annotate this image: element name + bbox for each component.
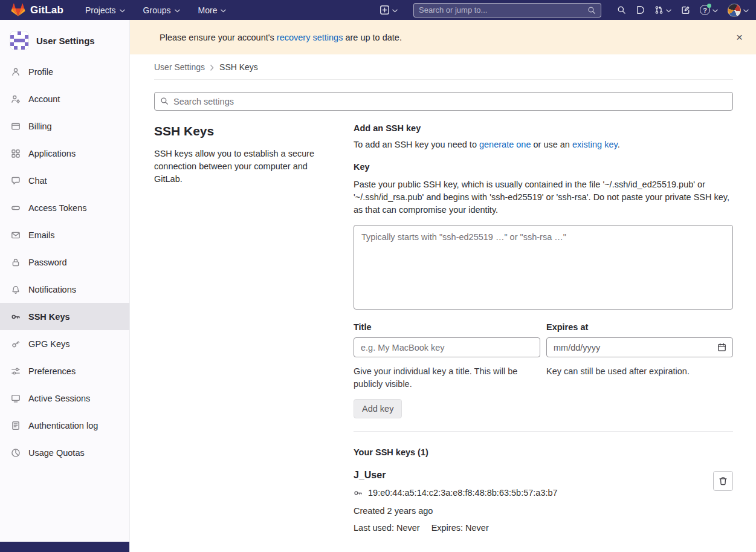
main-content: User Settings SSH Keys SSH Keys SSH keys… [130,54,756,552]
ssh-key-textarea[interactable] [354,225,733,310]
add-key-button[interactable]: Add key [354,399,402,418]
merge-requests-button[interactable] [654,5,671,15]
expires-field-help: Key can still be used after expiration. [546,365,733,378]
help-icon [700,5,710,15]
settings-search-input[interactable] [154,92,733,111]
merge-request-icon [654,5,664,15]
user-settings-avatar [10,31,29,50]
help-button[interactable] [700,5,718,15]
settings-search [154,92,733,111]
ssh-key-fingerprint: 19:e0:44:a5:14:c2:3a:e8:f8:48:8b:63:5b:5… [368,488,558,498]
trash-icon [719,476,728,485]
key-field-label: Key [354,162,733,172]
recovery-settings-alert: Please ensure your account's recovery se… [130,20,756,54]
credit-card-icon [11,122,21,131]
sidebar-item-applications[interactable]: Applications [0,140,129,167]
calendar-icon[interactable] [717,343,726,352]
sidebar-item-label: Preferences [28,366,76,376]
sidebar-item-access-tokens[interactable]: Access Tokens [0,194,129,221]
sidebar-item-notifications[interactable]: Notifications [0,276,129,303]
existing-key-link[interactable]: existing key [572,140,618,149]
ssh-key-info: J_User 19:e0:44:a5:14:c2:3a:e8:f8:48:8b:… [354,470,558,533]
nav-groups[interactable]: Groups [143,5,180,15]
ssh-key-last-used: Last used: Never [354,523,420,533]
key-icon [11,312,21,322]
todos-button[interactable] [681,5,690,15]
monitor-icon [11,394,21,403]
expires-at-input[interactable]: mm/dd/yyyy [546,337,733,357]
tanuki-icon [11,3,25,17]
search-button[interactable] [617,5,626,15]
sidebar-item-emails[interactable]: Emails [0,221,129,248]
lock-icon [11,258,21,267]
alert-text-before: Please ensure your account's [160,33,277,42]
ssh-key-created: Created 2 years ago [354,506,558,516]
new-menu-button[interactable] [380,5,398,15]
ssh-keys-section: SSH Keys SSH keys allow you to establish… [154,122,733,533]
gitlab-logo[interactable]: GitLab [11,3,63,17]
generate-one-link[interactable]: generate one [479,140,531,149]
nav-groups-label: Groups [143,5,171,15]
sidebar-item-label: Authentication log [28,421,98,430]
pie-chart-icon [11,448,21,458]
sidebar-item-label: Billing [28,122,52,131]
issues-button[interactable] [636,5,645,15]
nav-projects[interactable]: Projects [85,5,125,15]
sidebar-item-preferences[interactable]: Preferences [0,357,129,385]
key-field-help: Paste your public SSH key, which is usua… [354,178,733,216]
sidebar-header: User Settings [0,20,129,58]
sidebar-item-chat[interactable]: Chat [0,167,129,194]
sidebar-nav: Profile Account Billing Applications Cha… [0,58,129,466]
delete-key-button[interactable] [713,471,733,491]
chevron-down-icon [392,9,398,13]
intro-text: . [618,140,620,149]
section-summary: SSH Keys SSH keys allow you to establish… [154,122,354,533]
sidebar-item-label: Account [28,94,60,104]
sliders-icon [11,366,21,376]
breadcrumb-user-settings[interactable]: User Settings [154,62,205,72]
sidebar-item-active-sessions[interactable]: Active Sessions [0,385,129,412]
sidebar-item-authentication-log[interactable]: Authentication log [0,412,129,439]
sidebar-item-billing[interactable]: Billing [0,112,129,140]
envelope-icon [11,230,21,240]
user-avatar [728,4,741,17]
sidebar-item-label: Usage Quotas [28,448,85,458]
sidebar-item-ssh-keys[interactable]: SSH Keys [0,303,129,330]
user-gear-icon [11,94,21,104]
navbar-right-group [380,3,749,18]
sidebar-item-gpg-keys[interactable]: GPG Keys [0,330,129,357]
top-navbar: GitLab Projects Groups More [0,0,756,20]
key-title-input[interactable] [354,337,540,357]
sidebar-item-label: SSH Keys [28,312,70,322]
sidebar-item-label: Notifications [28,285,76,294]
ssh-key-name: J_User [354,470,558,481]
user-menu-button[interactable] [728,4,749,17]
page-title: SSH Keys [154,123,335,140]
sidebar-item-password[interactable]: Password [0,248,129,276]
breadcrumb-ssh-keys: SSH Keys [219,62,258,72]
plus-square-icon [380,5,390,15]
section-divider [354,431,733,432]
grid-icon [11,149,21,158]
sidebar-item-account[interactable]: Account [0,85,129,112]
key-icon [354,489,363,498]
issues-icon [636,5,645,15]
alert-close-button[interactable]: × [732,30,746,44]
fingerprint-row: 19:e0:44:a5:14:c2:3a:e8:f8:48:8b:63:5b:5… [354,488,558,498]
title-field-group: Title Give your individual key a title. … [354,322,540,391]
nav-more-label: More [198,5,218,15]
key-diagonal-icon [11,339,21,349]
token-icon [11,203,21,213]
todos-icon [681,5,690,15]
bell-icon [11,285,21,294]
nav-more[interactable]: More [198,5,227,15]
nav-projects-label: Projects [85,5,116,15]
global-search-input[interactable] [419,5,587,15]
page-description: SSH keys allow you to establish a secure… [154,148,335,186]
notification-dot [707,4,711,8]
form-section-title: Add an SSH key [354,123,733,133]
sidebar-item-usage-quotas[interactable]: Usage Quotas [0,439,129,466]
recovery-settings-link[interactable]: recovery settings [277,33,343,42]
settings-sidebar: User Settings Profile Account Billing Ap… [0,20,130,552]
sidebar-item-profile[interactable]: Profile [0,58,129,85]
